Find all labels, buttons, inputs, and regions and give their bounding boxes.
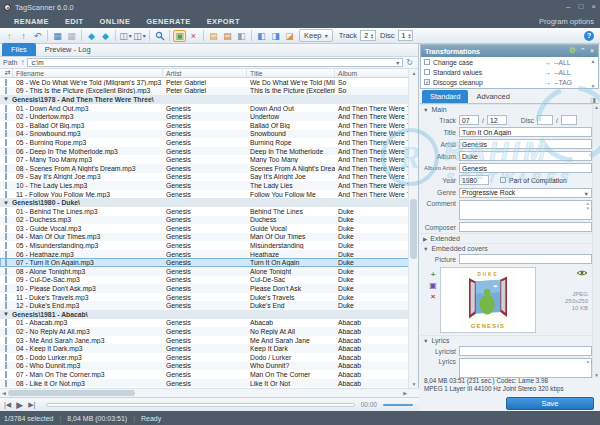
- section-embedded-covers[interactable]: ▼Embedded covers: [420, 243, 592, 253]
- title-input[interactable]: [459, 127, 592, 137]
- layout-columns-icon[interactable]: ◫▾: [119, 30, 132, 42]
- menu-edit[interactable]: EDIT: [57, 15, 92, 28]
- column-artist[interactable]: Artist: [163, 69, 247, 77]
- table-row[interactable]: 02 - No Reply At All.mp3GenesisNo Reply …: [0, 327, 409, 336]
- table-row[interactable]: 07 - Many Too Many.mp3GenesisMany Too Ma…: [0, 155, 409, 164]
- panel-options-icon[interactable]: ◨: [590, 96, 596, 103]
- save-cover-icon[interactable]: ▣: [429, 282, 437, 290]
- scrollbar-thumb[interactable]: [410, 199, 417, 259]
- table-row[interactable]: 06 - Deep In The Motherlode.mp3GenesisDe…: [0, 147, 409, 156]
- compilation-checkbox[interactable]: Part of Compilation: [500, 177, 567, 184]
- disc-total-input[interactable]: [561, 115, 577, 125]
- composer-input[interactable]: [459, 222, 592, 232]
- chevron-down-icon[interactable]: ▾: [396, 59, 399, 66]
- scroll-up-icon[interactable]: ▲: [409, 70, 419, 76]
- program-options-button[interactable]: Program options: [539, 17, 594, 26]
- keep-dropdown[interactable]: Keep ▾: [299, 29, 333, 42]
- album-cover-image[interactable]: DUKE GENESIS: [440, 267, 536, 333]
- table-row[interactable]: 08 - Like It Or Not.mp3GenesisLike It Or…: [0, 379, 409, 388]
- table-row[interactable]: 07 - Man On The Corner.mp3GenesisMan On …: [0, 370, 409, 379]
- menu-online[interactable]: ONLINE: [92, 15, 139, 28]
- table-row[interactable]: 02 - Undertow.mp3GenesisUndertowAnd Then…: [0, 112, 409, 121]
- group-row[interactable]: ▼Genesis\1980 - Duke\: [0, 198, 409, 207]
- transformation-row[interactable]: Change case→--ALL: [421, 57, 591, 67]
- stepper-arrows-icon[interactable]: ▲▼: [408, 33, 412, 39]
- transformation-row[interactable]: Standard values→--ALL: [421, 67, 591, 77]
- table-row[interactable]: 09 - Cul-De-Sac.mp3GenesisCul-De-SacDuke: [0, 276, 409, 285]
- group-row[interactable]: ▼Genesis\1981 - Abacab\: [0, 310, 409, 319]
- tab-advanced[interactable]: Advanced: [468, 90, 517, 103]
- table-row[interactable]: 05 - Burning Rope.mp3GenesisBurning Rope…: [0, 138, 409, 147]
- seek-bar[interactable]: [46, 403, 354, 407]
- menu-generate[interactable]: GENERATE: [138, 15, 198, 28]
- folder-up-icon[interactable]: ↑: [20, 59, 24, 67]
- picture-input[interactable]: [459, 254, 592, 264]
- help-button[interactable]: ?: [584, 31, 594, 41]
- previous-track-icon[interactable]: |◀: [4, 400, 11, 410]
- lyricist-input[interactable]: [459, 346, 592, 356]
- new-doc-icon[interactable]: ▤: [207, 30, 220, 42]
- table-row[interactable]: 04 - Keep It Dark.mp3GenesisKeep It Dark…: [0, 344, 409, 353]
- table-row[interactable]: 08 - Alone Tonight.mp3GenesisAlone Tonig…: [0, 267, 409, 276]
- table-row[interactable]: 04 - Snowbound.mp3GenesisSnowboundAnd Th…: [0, 130, 409, 139]
- delete-cover-icon[interactable]: ×: [431, 293, 436, 301]
- form-scrollbar[interactable]: ▲▼: [592, 104, 600, 378]
- disc-input[interactable]: [537, 115, 553, 125]
- table-row[interactable]: 11 - Duke's Travels.mp3GenesisDuke's Tra…: [0, 293, 409, 302]
- artist-input[interactable]: [459, 139, 592, 149]
- table-row[interactable]: 05 - Misunderstanding.mp3GenesisMisunder…: [0, 241, 409, 250]
- table-row[interactable]: 08 - Scenes From A Night's Dream.mp3Gene…: [0, 164, 409, 173]
- column-filename[interactable]: Filename: [13, 69, 163, 77]
- panel-right-icon[interactable]: ◨: [269, 30, 282, 42]
- scroll-right-icon[interactable]: ▶: [403, 390, 407, 396]
- table-row[interactable]: 01 - Down And Out.mp3GenesisDown And Out…: [0, 104, 409, 113]
- scrollbar-thumb[interactable]: [8, 390, 135, 396]
- table-row[interactable]: 12 - Duke's End.mp3GenesisDuke's EndDuke: [0, 301, 409, 310]
- tab-preview-log[interactable]: Preview - Log: [36, 43, 100, 56]
- section-main[interactable]: ▼Main: [420, 104, 592, 114]
- menu-export[interactable]: EXPORT: [199, 15, 248, 28]
- transformations-scrollbar[interactable]: ▲▼: [589, 58, 597, 89]
- tab-files[interactable]: Files: [2, 43, 36, 56]
- panel-bottom-icon[interactable]: ◪: [283, 30, 296, 42]
- transformation-checkbox[interactable]: [424, 59, 430, 65]
- close-icon[interactable]: ×: [590, 47, 594, 55]
- close-button[interactable]: ×: [591, 1, 596, 13]
- grid-view-icon[interactable]: ▦: [51, 30, 64, 42]
- table-row[interactable]: 01 - Behind The Lines.mp3GenesisBehind T…: [0, 207, 409, 216]
- scroll-left-icon[interactable]: ◀: [2, 390, 6, 396]
- track-total-input[interactable]: [487, 115, 507, 125]
- genre-select[interactable]: Progressive Rock▼: [459, 188, 592, 198]
- table-row[interactable]: 03 - Me And Sarah Jane.mp3GenesisMe And …: [0, 336, 409, 345]
- year-input[interactable]: [459, 175, 489, 185]
- group-row[interactable]: ▼Genesis\1978 - And Then There Were Thre…: [0, 95, 409, 104]
- column-album[interactable]: Album: [335, 69, 409, 77]
- table-row[interactable]: 09 - This Is the Picture (Excellent Bird…: [0, 87, 409, 96]
- stepper-arrows-icon[interactable]: ▲▼: [370, 33, 374, 39]
- play-icon[interactable]: ▶: [16, 400, 23, 410]
- add-folder-icon[interactable]: ↑: [3, 30, 16, 42]
- volume-slider[interactable]: [383, 404, 413, 406]
- section-extended[interactable]: ▶Extended: [420, 233, 592, 243]
- add-cover-icon[interactable]: +: [431, 271, 436, 279]
- table-row[interactable]: 09 - Say It's Alright Joe.mp3GenesisSay …: [0, 173, 409, 182]
- table-row[interactable]: 07 - Turn It On Again.mp3GenesisTurn It …: [0, 258, 409, 267]
- doc-image-icon[interactable]: ▤: [221, 30, 234, 42]
- path-input[interactable]: c:\m▾: [27, 58, 403, 67]
- sort-icon[interactable]: ⇄: [0, 69, 13, 77]
- table-row[interactable]: 02 - Duchess.mp3GenesisDuchessDuke: [0, 216, 409, 225]
- panel-left-icon[interactable]: ◧: [255, 30, 268, 42]
- track-stepper[interactable]: 2▲▼: [360, 30, 376, 41]
- disc-stepper[interactable]: 1▲▼: [398, 30, 414, 41]
- move-prev-icon[interactable]: ◆: [85, 30, 98, 42]
- doc-copy-icon[interactable]: ◧: [235, 30, 248, 42]
- menu-rename[interactable]: RENAME: [6, 15, 57, 28]
- lyrics-input[interactable]: ▲: [459, 358, 592, 378]
- table-row[interactable]: 08 - We Do What We're Told (Milgram's 37…: [0, 78, 409, 87]
- comment-input[interactable]: ▲▼: [459, 200, 592, 220]
- table-row[interactable]: 11 - Follow You Follow Me.mp3GenesisFoll…: [0, 190, 409, 199]
- next-track-icon[interactable]: ▶|: [28, 400, 35, 410]
- column-title[interactable]: Title: [247, 69, 335, 77]
- table-row[interactable]: 04 - Man Of Our Times.mp3GenesisMan Of O…: [0, 233, 409, 242]
- move-next-icon[interactable]: ◆: [99, 30, 112, 42]
